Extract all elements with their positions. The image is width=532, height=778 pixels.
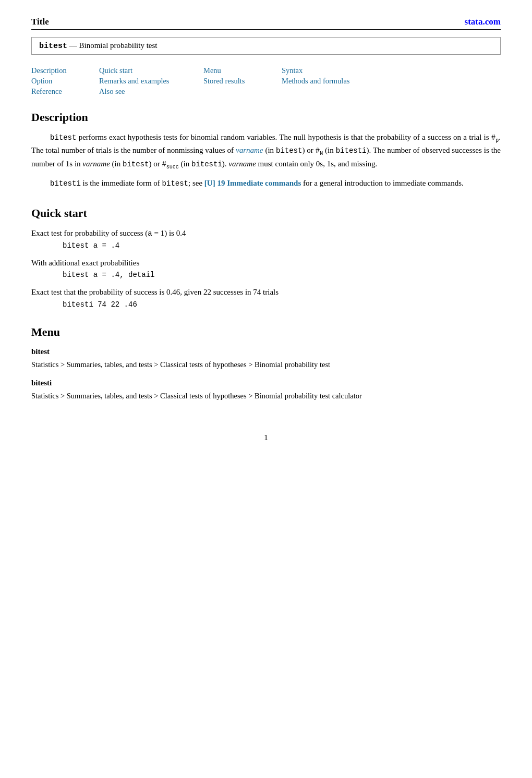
bitest-cmd2: bitest <box>162 179 188 188</box>
immediate-commands-link[interactable]: [U] 19 Immediate commands <box>204 179 301 187</box>
nav-menu[interactable]: Menu <box>203 66 282 75</box>
bitesti-cmd2: bitesti <box>50 179 81 188</box>
menu-bitesti: bitesti Statistics > Summaries, tables, … <box>31 379 501 402</box>
page-number: 1 <box>31 433 501 442</box>
nav-quickstart[interactable]: Quick start <box>99 66 203 75</box>
varname-link[interactable]: varname <box>236 146 263 154</box>
stata-link[interactable]: stata.com <box>465 17 501 27</box>
menu-bitest-title: bitest <box>31 347 501 356</box>
nav-reference[interactable]: Reference <box>31 87 99 96</box>
varname-italic2: varname <box>228 160 256 168</box>
bitesti-ref2: bitesti <box>191 160 222 168</box>
bitest-ref2: bitest <box>123 160 149 168</box>
nav-table: Description Quick start Menu Syntax Opti… <box>31 66 501 96</box>
page-num-text: 1 <box>264 433 268 442</box>
qs-text-3: Exact test that the probability of succe… <box>31 286 501 298</box>
command-name: bitest <box>39 42 67 51</box>
description-heading: Description <box>31 111 501 124</box>
em-dash: — <box>69 41 79 50</box>
qs-text-2: With additional exact probabilities <box>31 257 501 269</box>
hash-n: #N <box>316 147 323 155</box>
menu-bitest-path: Statistics > Summaries, tables, and test… <box>31 359 501 370</box>
description-para2: bitesti is the immediate form of bitest;… <box>31 177 501 190</box>
description-para1: bitest performs exact hypothesis tests f… <box>31 131 501 171</box>
description-section: Description bitest performs exact hypoth… <box>31 111 501 190</box>
qs-item-2: With additional exact probabilities bite… <box>31 257 501 279</box>
nav-methods[interactable]: Methods and formulas <box>282 77 396 86</box>
hash-p: #p <box>491 133 499 142</box>
qs-code-3: bitesti 74 22 .46 <box>31 300 501 309</box>
nav-syntax[interactable]: Syntax <box>282 66 396 75</box>
bitest-ref1: bitest <box>276 147 302 155</box>
hash-succ: #succ <box>162 160 178 168</box>
menu-bitesti-title: bitesti <box>31 379 501 387</box>
nav-alsosee[interactable]: Also see <box>99 87 203 96</box>
bitesti-ref1: bitesti <box>336 147 367 155</box>
command-box: bitest — Binomial probability test <box>31 37 501 55</box>
title-left: Title <box>31 17 49 27</box>
menu-bitest: bitest Statistics > Summaries, tables, a… <box>31 347 501 370</box>
quickstart-heading: Quick start <box>31 206 501 220</box>
menu-bitesti-path: Statistics > Summaries, tables, and test… <box>31 390 501 402</box>
qs-text-1: Exact test for probability of success (a… <box>31 227 501 239</box>
nav-stored[interactable]: Stored results <box>203 77 282 86</box>
menu-section: Menu bitest Statistics > Summaries, tabl… <box>31 325 501 402</box>
page: Title stata.com bitest — Binomial probab… <box>0 0 532 473</box>
qs-item-1: Exact test for probability of success (a… <box>31 227 501 250</box>
bitest-cmd1: bitest <box>50 133 76 142</box>
qs-item-3: Exact test that the probability of succe… <box>31 286 501 309</box>
qs-a1: a <box>148 229 152 238</box>
quickstart-section: Quick start Exact test for probability o… <box>31 206 501 309</box>
command-description: Binomial probability test <box>79 41 158 50</box>
nav-remarks[interactable]: Remarks and examples <box>99 77 203 86</box>
qs-code-2: bitest a = .4, detail <box>31 271 501 279</box>
nav-description[interactable]: Description <box>31 66 99 75</box>
menu-heading: Menu <box>31 325 501 339</box>
nav-option[interactable]: Option <box>31 77 99 86</box>
varname-italic1: varname <box>82 160 110 168</box>
title-bar: Title stata.com <box>31 17 501 30</box>
qs-code-1: bitest a = .4 <box>31 241 501 250</box>
